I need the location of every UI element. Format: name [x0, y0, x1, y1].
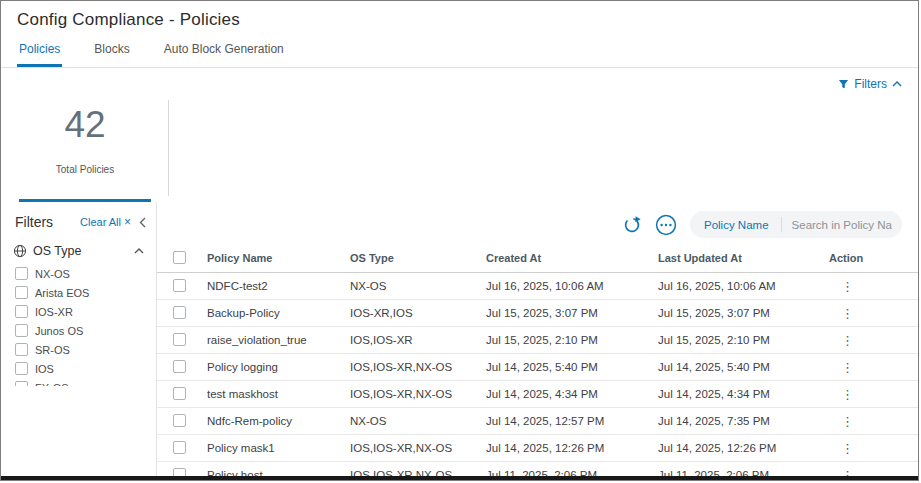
chevron-up-icon [892, 81, 902, 87]
os-option[interactable]: SR-OS [15, 340, 156, 359]
policy-name-cell: NDFC-test2 [207, 280, 350, 292]
last-updated-cell: Jul 15, 2025, 3:07 PM [658, 307, 829, 319]
column-created-at: Created At [486, 252, 658, 264]
last-updated-cell: Jul 15, 2025, 2:10 PM [658, 334, 829, 346]
row-checkbox[interactable] [173, 414, 186, 427]
row-actions-menu-icon[interactable]: ⋮ [829, 414, 849, 429]
filters-toggle-label: Filters [854, 77, 887, 91]
os-type-label: OS Type [33, 244, 81, 258]
chevron-up-icon[interactable] [134, 248, 144, 254]
table-row[interactable]: test maskhost IOS,IOS-XR,NX-OS Jul 14, 2… [157, 381, 918, 408]
created-at-cell: Jul 16, 2025, 10:06 AM [486, 280, 658, 292]
stat-label: Total Policies [56, 164, 114, 175]
os-option-label: IOS-XR [35, 306, 73, 318]
table-row[interactable]: raise_violation_true IOS,IOS-XR Jul 15, … [157, 327, 918, 354]
collapse-sidebar-button[interactable] [139, 217, 146, 228]
os-option-checkbox[interactable] [15, 305, 28, 318]
policies-content: Policy Name Policy Name OS Type Created … [157, 202, 918, 480]
os-option-label: SR-OS [35, 344, 70, 356]
row-checkbox[interactable] [173, 333, 186, 346]
row-actions-menu-icon[interactable]: ⋮ [829, 279, 849, 294]
refresh-button[interactable] [622, 215, 642, 235]
os-type-section-header[interactable]: OS Type [1, 234, 156, 264]
policy-name-cell: Backup-Policy [207, 307, 350, 319]
tab-auto-block-generation[interactable]: Auto Block Generation [162, 39, 286, 67]
created-at-cell: Jul 15, 2025, 2:10 PM [486, 334, 658, 346]
os-type-cell: IOS-XR,IOS [350, 307, 486, 319]
clear-all-x-icon: × [124, 215, 131, 229]
column-os-type: OS Type [350, 252, 486, 264]
stats-row: 42 Total Policies [1, 94, 918, 202]
os-option-label: IOS [35, 363, 54, 375]
window-bottom-edge [1, 476, 918, 480]
config-compliance-page: Config Compliance - Policies Policies Bl… [0, 0, 919, 481]
column-policy-name: Policy Name [207, 252, 350, 264]
column-action: Action [829, 252, 902, 264]
select-all-checkbox[interactable] [173, 251, 186, 264]
row-checkbox[interactable] [173, 279, 186, 292]
os-option[interactable]: NX-OS [15, 264, 156, 283]
filters-toggle-button[interactable]: Filters [838, 74, 902, 94]
stat-value: 42 [64, 102, 105, 148]
row-actions-menu-icon[interactable]: ⋮ [829, 387, 849, 402]
table-row[interactable]: NDFC-test2 NX-OS Jul 16, 2025, 10:06 AM … [157, 273, 918, 300]
created-at-cell: Jul 14, 2025, 5:40 PM [486, 361, 658, 373]
tab-policies[interactable]: Policies [17, 39, 62, 67]
table-row[interactable]: Policy mask1 IOS,IOS-XR,NX-OS Jul 14, 20… [157, 435, 918, 462]
os-type-cell: NX-OS [350, 280, 486, 292]
stat-divider [168, 100, 169, 196]
row-actions-menu-icon[interactable]: ⋮ [829, 306, 849, 321]
policy-name-cell: Policy mask1 [207, 442, 350, 454]
tab-blocks[interactable]: Blocks [92, 39, 131, 67]
os-type-cell: NX-OS [350, 415, 486, 427]
row-actions-menu-icon[interactable]: ⋮ [829, 333, 849, 348]
row-actions-menu-icon[interactable]: ⋮ [829, 441, 849, 456]
tab-bar: Policies Blocks Auto Block Generation [1, 39, 918, 68]
os-type-cell: IOS,IOS-XR,NX-OS [350, 361, 486, 373]
row-checkbox[interactable] [173, 387, 186, 400]
os-option[interactable]: IOS [15, 359, 156, 378]
os-option-checkbox[interactable] [15, 343, 28, 356]
os-type-cell: IOS,IOS-XR [350, 334, 486, 346]
body: Filters Clear All × [1, 202, 918, 480]
last-updated-cell: Jul 14, 2025, 7:35 PM [658, 415, 829, 427]
os-option-checkbox[interactable] [15, 267, 28, 280]
os-type-cell: IOS,IOS-XR,NX-OS [350, 388, 486, 400]
clear-all-button[interactable]: Clear All × [80, 215, 131, 229]
last-updated-cell: Jul 16, 2025, 10:06 AM [658, 280, 829, 292]
os-option-label: NX-OS [35, 268, 70, 280]
page-title: Config Compliance - Policies [17, 10, 902, 30]
row-checkbox[interactable] [173, 360, 186, 373]
os-option-checkbox[interactable] [15, 362, 28, 375]
row-checkbox[interactable] [173, 441, 186, 454]
os-option-checkbox[interactable] [15, 381, 28, 386]
stat-total-policies[interactable]: 42 Total Policies [19, 94, 151, 202]
globe-icon [13, 244, 27, 258]
filters-toggle-row: Filters [1, 68, 918, 94]
created-at-cell: Jul 14, 2025, 4:34 PM [486, 388, 658, 400]
table-row[interactable]: Ndfc-Rem-policy NX-OS Jul 14, 2025, 12:5… [157, 408, 918, 435]
row-actions-menu-icon[interactable]: ⋮ [829, 360, 849, 375]
os-type-section: OS Type NX-OS Arista EOS IOS-XR Junos OS… [1, 234, 156, 386]
os-option[interactable]: FX-OS [15, 378, 156, 386]
clear-all-label: Clear All [80, 216, 121, 228]
search-category-dropdown[interactable]: Policy Name [690, 219, 781, 231]
more-actions-button[interactable] [655, 214, 677, 236]
os-type-cell: IOS,IOS-XR,NX-OS [350, 442, 486, 454]
table-header-row: Policy Name OS Type Created At Last Upda… [157, 244, 918, 273]
column-last-updated-at: Last Updated At [658, 252, 829, 264]
table-row[interactable]: Backup-Policy IOS-XR,IOS Jul 15, 2025, 3… [157, 300, 918, 327]
row-checkbox[interactable] [173, 306, 186, 319]
last-updated-cell: Jul 14, 2025, 12:26 PM [658, 442, 829, 454]
os-option[interactable]: IOS-XR [15, 302, 156, 321]
last-updated-cell: Jul 14, 2025, 4:34 PM [658, 388, 829, 400]
filters-sidebar-header: Filters Clear All × [1, 210, 156, 234]
os-option[interactable]: Junos OS [15, 321, 156, 340]
os-option[interactable]: Arista EOS [15, 283, 156, 302]
os-option-checkbox[interactable] [15, 286, 28, 299]
policy-name-cell: Policy logging [207, 361, 350, 373]
search-input[interactable] [782, 219, 902, 231]
os-option-checkbox[interactable] [15, 324, 28, 337]
table-row[interactable]: Policy logging IOS,IOS-XR,NX-OS Jul 14, … [157, 354, 918, 381]
os-option-label: Arista EOS [35, 287, 89, 299]
